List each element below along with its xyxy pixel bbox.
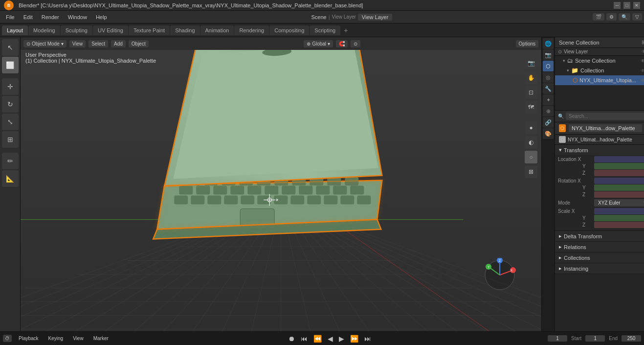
object-data-tab[interactable]: ◎ [543, 72, 554, 83]
rotation-z[interactable] [594, 191, 644, 198]
cursor-tool[interactable]: ↖ [2, 39, 19, 56]
delta-transform-header[interactable]: ▸ Delta Transform [555, 231, 644, 241]
move-tool[interactable]: ✛ [2, 78, 19, 95]
tab-layout[interactable]: Layout [2, 25, 28, 35]
add-workspace-button[interactable]: + [341, 25, 351, 35]
select-tool[interactable]: ⬜ [2, 57, 19, 73]
sc-eye[interactable]: 👁 [641, 58, 644, 64]
material-mode-button[interactable]: ◐ [525, 136, 537, 149]
add-menu-button[interactable]: Add [111, 40, 126, 47]
transform-header[interactable]: ▾ Transform [555, 145, 644, 155]
transform-pivot-button[interactable]: ⊕ Global ▾ [304, 40, 333, 47]
view-layer-value[interactable]: View Layer [358, 14, 392, 21]
outliner-collection[interactable]: ▾ 📁 Collection 👁 📷 [555, 66, 644, 75]
jump-start-button[interactable]: ⏮ [300, 335, 309, 343]
scale-y[interactable] [594, 215, 644, 221]
col-eye[interactable]: 👁 [641, 68, 644, 73]
step-back-button[interactable]: ⏪ [312, 335, 323, 343]
object-menu-button[interactable]: Object [129, 40, 149, 47]
rotation-mode-select[interactable]: XYZ Euler [594, 199, 644, 207]
eye-toggle[interactable]: 👁 [642, 49, 644, 54]
scale-tool[interactable]: ⤡ [2, 114, 19, 130]
filter-button[interactable]: ▽ [632, 13, 642, 21]
obj-eye[interactable]: 👁 [641, 78, 644, 83]
solid-mode-button[interactable]: ○ [525, 151, 537, 163]
start-frame[interactable] [585, 335, 605, 342]
options-button[interactable]: Options [516, 40, 538, 47]
render-engine-button[interactable]: 🎬 [593, 13, 604, 21]
render-tab[interactable]: 📷 [543, 49, 554, 60]
jump-end-button[interactable]: ⏭ [363, 335, 372, 343]
record-button[interactable]: ⏺ [287, 335, 296, 343]
instancing-header[interactable]: ▸ Instancing [555, 263, 644, 274]
menu-edit[interactable]: Edit [20, 13, 37, 21]
snap-button[interactable]: 🧲 [336, 40, 348, 47]
render-mode-button[interactable]: ● [525, 121, 537, 134]
step-forward-button[interactable]: ⏩ [349, 335, 359, 343]
constraints-tab[interactable]: 🔗 [543, 117, 554, 128]
scale-x[interactable] [594, 208, 644, 214]
outliner-filter-button[interactable]: ⊞ [642, 39, 644, 46]
current-frame[interactable] [548, 335, 567, 342]
modifier-tab[interactable]: 🔧 [543, 83, 554, 94]
material-tab[interactable]: 🎨 [543, 128, 554, 139]
tab-modeling[interactable]: Modeling [28, 25, 60, 35]
object-name-field[interactable] [569, 124, 642, 132]
tab-shading[interactable]: Shading [170, 25, 200, 35]
relations-header[interactable]: ▸ Relations [555, 242, 644, 252]
rotation-x[interactable] [594, 178, 644, 184]
transform-tool[interactable]: ⊞ [2, 131, 19, 148]
view-menu-button[interactable]: View [69, 40, 86, 47]
menu-render[interactable]: Render [38, 13, 63, 21]
menu-file[interactable]: File [2, 13, 19, 21]
play-button[interactable]: ▶ [338, 335, 345, 343]
collections-header[interactable]: ▸ Collections [555, 253, 644, 263]
play-reverse-button[interactable]: ◀ [327, 335, 334, 343]
object-tab[interactable]: ⬡ [543, 61, 554, 71]
tab-scripting[interactable]: Scripting [310, 25, 340, 35]
maximize-button[interactable]: □ [623, 2, 630, 9]
annotate-tool[interactable]: ✏ [2, 153, 19, 169]
minimize-button[interactable]: ─ [614, 2, 621, 9]
close-button[interactable]: ✕ [633, 2, 640, 9]
scene-tab[interactable]: 🌐 [543, 38, 554, 49]
tab-uv-editing[interactable]: UV Editing [93, 25, 128, 35]
physics-tab[interactable]: ⊕ [543, 106, 554, 116]
end-frame[interactable] [622, 335, 641, 342]
viewport[interactable]: ⊙ Object Mode ▾ View Select Add Object ⊕… [21, 37, 541, 331]
rotate-tool[interactable]: ↻ [2, 96, 19, 113]
properties-search[interactable] [566, 113, 644, 120]
workspace-settings-button[interactable]: ⚙ [606, 13, 617, 21]
rotation-y[interactable] [594, 184, 644, 191]
timeline-editor-button[interactable]: ⏱ [3, 335, 12, 342]
wireframe-mode-button[interactable]: ⊠ [525, 165, 537, 178]
tab-sculpting[interactable]: Sculpting [61, 25, 92, 35]
pan-button[interactable]: ✋ [525, 71, 537, 84]
camera-view-button[interactable]: 📷 [525, 57, 537, 69]
location-y[interactable] [594, 163, 644, 169]
measure-tool[interactable]: 📐 [2, 170, 19, 187]
menu-help[interactable]: Help [92, 13, 111, 21]
outliner-object[interactable]: ⬡ NYX_Ultimate_Utopia... 👁 📷 [555, 75, 644, 85]
local-view-button[interactable]: 🗺 [525, 101, 537, 114]
tl-view-button[interactable]: View [70, 335, 87, 342]
zoom-to-fit-button[interactable]: ⊡ [525, 86, 537, 99]
search-button[interactable]: 🔍 [619, 13, 630, 21]
tab-texture-paint[interactable]: Texture Paint [129, 25, 170, 35]
tab-rendering[interactable]: Rendering [234, 25, 269, 35]
outliner-scene-collection[interactable]: ▾ 🗂 Scene Collection 👁 📷 [555, 56, 644, 66]
particles-tab[interactable]: ✦ [543, 94, 554, 105]
playback-button[interactable]: Playback [16, 335, 42, 342]
location-z[interactable] [594, 170, 644, 176]
tab-animation[interactable]: Animation [200, 25, 234, 35]
viewport-mode-button[interactable]: ⊙ Object Mode ▾ [23, 40, 67, 47]
proportional-button[interactable]: ⊙ [351, 40, 360, 47]
marker-button[interactable]: Marker [90, 335, 111, 342]
menu-window[interactable]: Window [64, 13, 91, 21]
axis-gizmo[interactable]: X Y Z [483, 258, 517, 292]
location-x[interactable] [594, 156, 644, 162]
select-menu-button[interactable]: Select [89, 40, 108, 47]
tab-compositing[interactable]: Compositing [269, 25, 309, 35]
scale-z[interactable] [594, 222, 644, 228]
keying-button[interactable]: Keying [45, 335, 67, 342]
